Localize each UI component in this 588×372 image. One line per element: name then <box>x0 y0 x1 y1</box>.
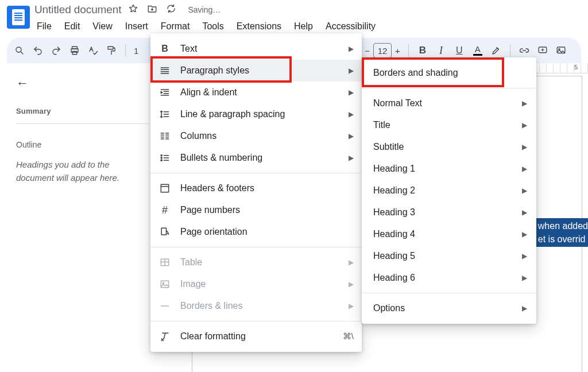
chevron-right-icon: ▶ <box>522 230 527 238</box>
zoom-selector[interactable]: 1 <box>134 46 138 56</box>
separator <box>125 44 126 57</box>
menu-extensions[interactable]: Extensions <box>231 18 287 35</box>
menu-clear-formatting[interactable]: Clear formatting⌘\ <box>150 326 362 347</box>
move-icon[interactable] <box>146 3 158 16</box>
search-icon[interactable] <box>14 45 25 56</box>
clear-format-icon <box>158 330 171 343</box>
menu-headers-footers[interactable]: Headers & footers <box>150 177 362 199</box>
shortcut: ⌘\ <box>343 331 354 342</box>
font-size-value[interactable]: 12 <box>373 43 392 58</box>
menu-page-orientation[interactable]: Page orientation <box>150 221 362 243</box>
svg-rect-11 <box>161 184 168 192</box>
header-footer-icon <box>158 182 171 195</box>
menu-insert[interactable]: Insert <box>119 18 154 35</box>
chevron-right-icon: ▶ <box>349 45 354 53</box>
svg-rect-12 <box>161 228 166 235</box>
spacing-icon <box>158 108 171 121</box>
submenu-subtitle[interactable]: Subtitle▶ <box>362 136 536 158</box>
minus-icon[interactable]: − <box>365 46 370 56</box>
menu-format[interactable]: Format <box>155 18 196 35</box>
chevron-right-icon: ▶ <box>349 67 354 75</box>
line-icon <box>158 300 171 312</box>
text-color-button[interactable]: A <box>472 45 483 56</box>
submenu-heading-4[interactable]: Heading 4▶ <box>362 223 536 245</box>
submenu-heading-5[interactable]: Heading 5▶ <box>362 245 536 267</box>
menu-align-indent[interactable]: Align & indent▶ <box>150 82 362 103</box>
print-icon[interactable] <box>69 45 80 56</box>
menu-paragraph-styles[interactable]: Paragraph styles▶ <box>150 60 362 82</box>
menu-divider <box>362 88 536 88</box>
svg-point-9 <box>161 157 162 158</box>
indent-icon <box>158 86 171 99</box>
svg-point-10 <box>161 160 162 161</box>
document-title[interactable]: Untitled document <box>34 3 121 16</box>
outline-sidebar: ← Summary Outline Headings you add to th… <box>0 63 165 372</box>
link-icon[interactable] <box>519 45 530 56</box>
svg-point-8 <box>161 155 162 156</box>
submenu-heading-2[interactable]: Heading 2▶ <box>362 180 536 202</box>
font-size-control[interactable]: − 12 + <box>365 43 400 58</box>
submenu-options[interactable]: Options▶ <box>362 297 536 319</box>
chevron-right-icon: ▶ <box>349 132 354 140</box>
menu-help[interactable]: Help <box>288 18 319 35</box>
comment-icon[interactable] <box>537 45 548 56</box>
submenu-heading-3[interactable]: Heading 3▶ <box>362 202 536 223</box>
svg-point-0 <box>16 47 21 52</box>
bold-button[interactable]: B <box>417 45 428 56</box>
summary-label: Summary <box>16 107 149 115</box>
menu-view[interactable]: View <box>87 18 118 35</box>
svg-rect-14 <box>161 281 168 288</box>
menu-bullets-numbering[interactable]: Bullets & numbering▶ <box>150 147 362 169</box>
chevron-right-icon: ▶ <box>349 280 354 288</box>
star-icon[interactable] <box>128 3 138 16</box>
paragraph-icon <box>158 64 171 77</box>
menu-accessibility[interactable]: Accessibility <box>320 18 381 35</box>
status-icon[interactable] <box>166 3 176 16</box>
menu-file[interactable]: File <box>31 18 57 35</box>
chevron-right-icon: ▶ <box>522 274 527 282</box>
chevron-right-icon: ▶ <box>349 302 354 310</box>
menubar: File Edit View Insert Format Tools Exten… <box>31 18 381 35</box>
separator <box>510 44 510 57</box>
submenu-title[interactable]: Title▶ <box>362 114 536 136</box>
highlight-button[interactable] <box>490 45 502 56</box>
outline-label: Outline <box>16 140 149 149</box>
undo-icon[interactable] <box>32 45 44 56</box>
spellcheck-icon[interactable] <box>87 45 99 56</box>
chevron-right-icon: ▶ <box>522 304 527 312</box>
menu-borders-lines: Borders & lines▶ <box>150 295 362 317</box>
back-arrow-icon[interactable]: ← <box>16 76 149 91</box>
outline-empty-hint: Headings you add to the document will ap… <box>16 158 149 184</box>
chevron-right-icon: ▶ <box>349 88 354 96</box>
menu-tools[interactable]: Tools <box>196 18 229 35</box>
underline-button[interactable]: U <box>454 45 465 56</box>
svg-point-15 <box>163 282 164 284</box>
menu-image: Image▶ <box>150 273 362 295</box>
submenu-normal-text[interactable]: Normal Text▶ <box>362 92 536 114</box>
submenu-heading-1[interactable]: Heading 1▶ <box>362 158 536 180</box>
submenu-heading-6[interactable]: Heading 6▶ <box>362 267 536 289</box>
docs-logo[interactable] <box>7 6 30 29</box>
ruler-mark-5: 5 <box>574 64 578 71</box>
menu-line-spacing[interactable]: Line & paragraph spacing▶ <box>150 103 362 125</box>
italic-button[interactable]: I <box>435 45 447 56</box>
svg-rect-4 <box>108 46 113 49</box>
menu-divider <box>362 293 536 293</box>
menu-text[interactable]: B Text▶ <box>150 38 362 60</box>
chevron-right-icon: ▶ <box>349 154 354 162</box>
submenu-borders-shading[interactable]: Borders and shading <box>362 62 536 84</box>
menu-page-numbers[interactable]: # Page numbers <box>150 199 362 221</box>
chevron-right-icon: ▶ <box>522 252 527 260</box>
plus-icon[interactable]: + <box>395 46 400 56</box>
divider <box>16 123 149 124</box>
columns-icon <box>158 130 171 142</box>
header: Untitled document Saving… File Edit View… <box>0 0 588 36</box>
paint-format-icon[interactable] <box>106 45 117 56</box>
saving-status: Saving… <box>188 5 220 14</box>
menu-edit[interactable]: Edit <box>59 18 86 35</box>
svg-rect-3 <box>72 52 77 55</box>
bold-icon: B <box>158 42 171 55</box>
menu-columns[interactable]: Columns▶ <box>150 125 362 147</box>
redo-icon[interactable] <box>51 45 62 56</box>
image-icon[interactable] <box>555 45 567 56</box>
